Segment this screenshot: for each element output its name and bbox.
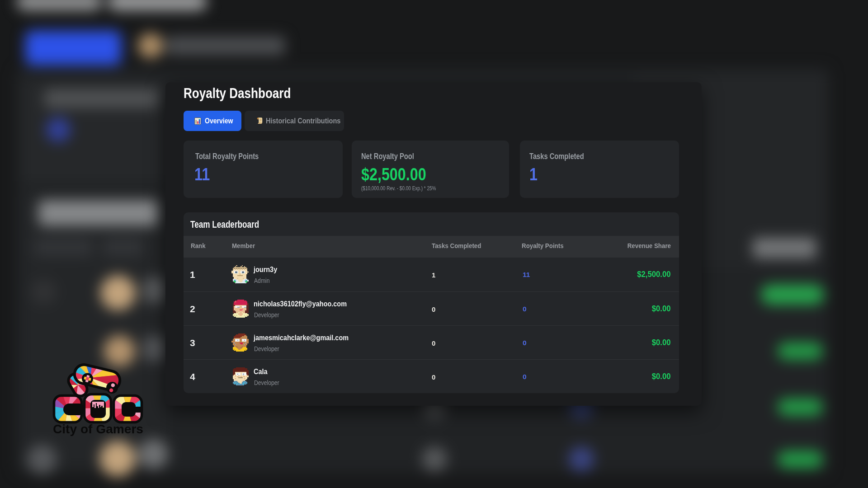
svg-text:City of Gamers: City of Gamers [53, 422, 143, 436]
